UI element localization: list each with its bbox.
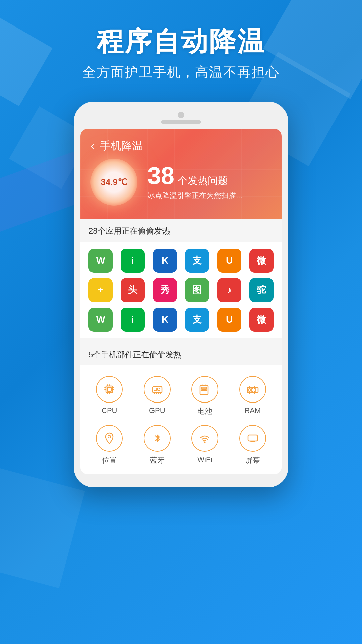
app-icon-wrap: + bbox=[87, 278, 114, 302]
hardware-item-label: 屏幕 bbox=[245, 455, 260, 465]
hardware-item-label: 电池 bbox=[197, 406, 212, 416]
app-icon[interactable]: i bbox=[121, 249, 145, 273]
hardware-item-label: 位置 bbox=[102, 455, 117, 465]
hardware-item-蓝牙[interactable]: 蓝牙 bbox=[135, 425, 180, 465]
phone-mockup: ‹ 手机降温 34.9℃ 38 个发热问题 冰点降温引擎正在为您扫描... bbox=[74, 102, 288, 487]
app-icon[interactable]: U bbox=[217, 249, 241, 273]
hardware-icon-circle bbox=[191, 425, 218, 452]
app-icon-wrap: 秀 bbox=[152, 278, 178, 302]
app-icon-wrap: i bbox=[119, 308, 146, 332]
app-icon[interactable]: 微 bbox=[249, 308, 274, 332]
svg-rect-28 bbox=[254, 389, 256, 391]
hardware-item-label: CPU bbox=[102, 406, 117, 415]
hardware-icon-circle bbox=[96, 376, 123, 403]
hardware-item-label: RAM bbox=[244, 406, 261, 415]
app-section-header: 28个应用正在偷偷发热 bbox=[80, 219, 282, 242]
hardware-item-WiFi[interactable]: WiFi bbox=[183, 425, 227, 465]
app-grid: WiK支U微+头秀图♪驼WiK支U微 bbox=[87, 249, 275, 332]
app-icon[interactable]: 图 bbox=[185, 278, 209, 302]
temperature-value: 34.9℃ bbox=[101, 177, 127, 187]
hardware-grid-row1: CPU GPU 电池 RAM bbox=[87, 371, 275, 422]
svg-point-36 bbox=[204, 442, 206, 443]
app-title: 手机降温 bbox=[100, 139, 143, 153]
app-icon-wrap: 头 bbox=[119, 278, 146, 302]
svg-rect-23 bbox=[201, 389, 207, 391]
app-icon-wrap: K bbox=[152, 308, 178, 332]
app-icon[interactable]: 驼 bbox=[249, 278, 274, 302]
hardware-item-屏幕[interactable]: 屏幕 bbox=[231, 425, 275, 465]
app-icon[interactable]: W bbox=[88, 308, 113, 332]
app-icon-wrap: U bbox=[216, 249, 243, 273]
hardware-icon-circle bbox=[239, 425, 266, 452]
app-icon-wrap: 支 bbox=[184, 308, 210, 332]
app-icon[interactable]: U bbox=[217, 308, 241, 332]
hardware-item-label: GPU bbox=[149, 406, 165, 415]
app-icon-wrap: 微 bbox=[248, 249, 275, 273]
app-icon-wrap: U bbox=[216, 308, 243, 332]
app-icon[interactable]: ♪ bbox=[217, 278, 241, 302]
svg-point-35 bbox=[108, 435, 111, 438]
app-icon[interactable]: 支 bbox=[185, 308, 209, 332]
phone-speaker bbox=[161, 120, 201, 124]
hardware-item-GPU[interactable]: GPU bbox=[135, 376, 180, 416]
svg-point-16 bbox=[157, 388, 160, 391]
app-icon-wrap: ♪ bbox=[216, 278, 243, 302]
hardware-item-CPU[interactable]: CPU bbox=[87, 376, 132, 416]
phone-screen: ‹ 手机降温 34.9℃ 38 个发热问题 冰点降温引擎正在为您扫描... bbox=[80, 129, 282, 474]
issue-label: 个发热问题 bbox=[178, 174, 228, 188]
app-icon-wrap: 驼 bbox=[248, 278, 275, 302]
app-icon[interactable]: 头 bbox=[121, 278, 145, 302]
app-icon[interactable]: i bbox=[121, 308, 145, 332]
hardware-icon-circle bbox=[144, 425, 171, 452]
svg-rect-22 bbox=[202, 384, 206, 386]
app-icon-wrap: 微 bbox=[248, 308, 275, 332]
app-icon-wrap: W bbox=[87, 308, 114, 332]
svg-rect-24 bbox=[201, 387, 207, 389]
svg-rect-27 bbox=[251, 389, 253, 391]
app-icon-wrap: 图 bbox=[184, 278, 210, 302]
hardware-grid-row2: 位置 蓝牙 WiFi 屏幕 bbox=[87, 422, 275, 471]
issue-number: 38 bbox=[147, 164, 174, 188]
hardware-icon-circle bbox=[96, 425, 123, 452]
app-icon[interactable]: W bbox=[88, 249, 113, 273]
hardware-item-label: WiFi bbox=[197, 455, 212, 464]
phone-camera bbox=[178, 112, 184, 118]
app-icon[interactable]: K bbox=[153, 249, 177, 273]
hardware-section: CPU GPU 电池 RAM bbox=[80, 365, 282, 474]
page-header: 程序自动降温 全方面护卫手机，高温不再担心 bbox=[0, 0, 362, 82]
hardware-item-位置[interactable]: 位置 bbox=[87, 425, 132, 465]
hardware-item-label: 蓝牙 bbox=[150, 455, 165, 465]
app-header: ‹ 手机降温 34.9℃ 38 个发热问题 冰点降温引擎正在为您扫描... bbox=[80, 129, 282, 219]
app-icon[interactable]: 支 bbox=[185, 249, 209, 273]
app-nav: ‹ 手机降温 bbox=[90, 139, 272, 153]
issue-count-row: 38 个发热问题 bbox=[147, 164, 242, 188]
issue-description: 冰点降温引擎正在为您扫描... bbox=[147, 191, 242, 201]
app-body: 28个应用正在偷偷发热 WiK支U微+头秀图♪驼WiK支U微 5个手机部件正在偷… bbox=[80, 219, 282, 474]
page-subtitle: 全方面护卫手机，高温不再担心 bbox=[0, 63, 362, 82]
hardware-section-header: 5个手机部件正在偷偷发热 bbox=[80, 342, 282, 365]
temperature-circle: 34.9℃ bbox=[90, 159, 137, 206]
app-icon-wrap: K bbox=[152, 249, 178, 273]
hardware-item-RAM[interactable]: RAM bbox=[231, 376, 275, 416]
phone-mockup-container: ‹ 手机降温 34.9℃ 38 个发热问题 冰点降温引擎正在为您扫描... bbox=[0, 102, 362, 487]
app-header-content: 34.9℃ 38 个发热问题 冰点降温引擎正在为您扫描... bbox=[90, 159, 272, 206]
back-icon[interactable]: ‹ bbox=[90, 139, 95, 153]
app-icon-wrap: W bbox=[87, 249, 114, 273]
svg-rect-1 bbox=[107, 387, 111, 391]
svg-rect-37 bbox=[248, 435, 257, 441]
app-icon[interactable]: 微 bbox=[249, 249, 274, 273]
svg-rect-26 bbox=[249, 389, 250, 391]
app-icon[interactable]: + bbox=[88, 278, 113, 302]
hardware-item-电池[interactable]: 电池 bbox=[183, 376, 227, 416]
svg-rect-15 bbox=[154, 388, 157, 391]
app-icon[interactable]: K bbox=[153, 308, 177, 332]
app-icon-wrap: i bbox=[119, 249, 146, 273]
app-grid-container: WiK支U微+头秀图♪驼WiK支U微 bbox=[80, 242, 282, 338]
page-title: 程序自动降温 bbox=[0, 27, 362, 56]
issue-info: 38 个发热问题 冰点降温引擎正在为您扫描... bbox=[147, 164, 242, 201]
hardware-icon-circle bbox=[191, 376, 218, 403]
app-icon-wrap: 支 bbox=[184, 249, 210, 273]
hardware-icon-circle bbox=[144, 376, 171, 403]
hardware-icon-circle bbox=[239, 376, 266, 403]
app-icon[interactable]: 秀 bbox=[153, 278, 177, 302]
